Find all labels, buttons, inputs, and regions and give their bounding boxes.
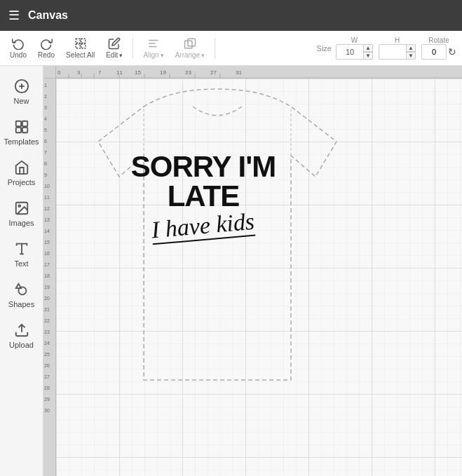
shapes-icon: [14, 282, 29, 297]
svg-text:31: 31: [236, 69, 242, 76]
undo-button[interactable]: Undo: [6, 34, 31, 62]
tshirt-svg: [70, 86, 365, 408]
size-w-wrap: W 10 ▲ ▼: [336, 36, 373, 60]
select-all-button[interactable]: Select All: [62, 34, 99, 62]
svg-text:20: 20: [44, 296, 50, 301]
text-icon: [14, 241, 29, 257]
sidebar: New Templates Projects: [0, 66, 43, 476]
svg-text:28: 28: [44, 386, 50, 390]
align-label: Align ▾: [143, 51, 163, 59]
sidebar-item-upload-label: Upload: [9, 341, 34, 349]
redo-icon: [40, 37, 53, 50]
size-w-up[interactable]: ▲: [363, 44, 373, 52]
svg-text:18: 18: [44, 273, 50, 278]
svg-text:15: 15: [135, 69, 141, 76]
svg-rect-2: [76, 44, 80, 48]
sidebar-item-shapes[interactable]: Shapes: [0, 275, 43, 315]
canvas-area[interactable]: 0 3 7 11 15 19 23 27 31: [43, 66, 462, 476]
size-h-label: H: [395, 36, 400, 44]
design-text-line2-wrap: I have kids: [109, 214, 298, 240]
edit-button[interactable]: Edit ▾: [102, 34, 127, 62]
svg-text:6: 6: [44, 139, 47, 144]
svg-rect-12: [15, 121, 20, 126]
rotate-cw-icon[interactable]: ↻: [448, 46, 456, 57]
undo-label: Undo: [10, 51, 27, 59]
size-h-up[interactable]: ▲: [406, 44, 416, 52]
size-group: Size W 10 ▲ ▼ H ▲ ▼: [317, 36, 416, 60]
svg-text:29: 29: [44, 397, 50, 402]
rotate-input[interactable]: [421, 44, 447, 60]
svg-text:7: 7: [98, 69, 102, 76]
sidebar-item-templates-label: Templates: [4, 137, 39, 146]
svg-rect-0: [76, 39, 80, 43]
svg-text:3: 3: [44, 105, 47, 110]
sidebar-item-upload[interactable]: Upload: [0, 315, 43, 356]
svg-text:15: 15: [44, 240, 50, 245]
sidebar-item-projects-label: Projects: [8, 178, 36, 186]
sidebar-item-templates[interactable]: Templates: [0, 112, 43, 153]
svg-text:12: 12: [44, 206, 50, 211]
sidebar-item-new[interactable]: New: [0, 72, 43, 112]
sidebar-item-projects[interactable]: Projects: [0, 153, 43, 193]
svg-text:27: 27: [44, 374, 50, 379]
design-text-area: SORRY I'M LATE I have kids: [109, 152, 298, 240]
ruler-left-svg: 1 2 3 4 5 6 7 8 9 10 11 12 13 14 15 16 1…: [43, 79, 56, 471]
sidebar-item-images-label: Images: [8, 219, 34, 227]
svg-text:25: 25: [44, 352, 50, 357]
edit-label: Edit ▾: [106, 51, 123, 59]
align-icon: [147, 37, 160, 50]
align-button[interactable]: Align ▾: [139, 34, 168, 62]
sidebar-item-text-label: Text: [14, 259, 28, 268]
size-w-input[interactable]: 10: [336, 44, 364, 60]
sidebar-item-images[interactable]: Images: [0, 193, 43, 234]
svg-text:24: 24: [44, 341, 50, 346]
redo-label: Redo: [38, 51, 55, 59]
svg-text:23: 23: [185, 69, 191, 76]
svg-text:22: 22: [44, 318, 50, 323]
ruler-top: 0 3 7 11 15 19 23 27 31: [56, 66, 462, 79]
svg-text:17: 17: [44, 262, 50, 267]
size-w-label: W: [351, 36, 358, 44]
svg-rect-14: [15, 128, 20, 132]
select-all-label: Select All: [66, 51, 95, 59]
design-text-line1: SORRY I'M LATE: [109, 152, 298, 211]
size-w-down[interactable]: ▼: [363, 52, 373, 60]
arrange-button[interactable]: Arrange ▾: [171, 34, 210, 62]
separator-1: [133, 38, 133, 59]
svg-text:21: 21: [44, 307, 50, 312]
svg-text:19: 19: [160, 69, 166, 76]
images-icon: [14, 200, 29, 216]
ruler-left: 1 2 3 4 5 6 7 8 9 10 11 12 13 14 15 16 1…: [43, 79, 56, 476]
svg-text:9: 9: [44, 172, 47, 177]
svg-text:26: 26: [44, 363, 50, 368]
design-text-line2: I have kids: [151, 210, 256, 245]
upload-icon: [14, 322, 29, 338]
svg-text:11: 11: [44, 195, 50, 200]
svg-rect-13: [22, 121, 27, 126]
arrange-icon: [184, 37, 196, 50]
size-h-spin: ▲ ▼: [406, 44, 416, 60]
svg-text:30: 30: [44, 408, 50, 413]
size-h-down[interactable]: ▼: [406, 52, 416, 60]
svg-text:14: 14: [44, 229, 50, 233]
redo-button[interactable]: Redo: [34, 34, 59, 62]
size-h-input[interactable]: [379, 44, 407, 60]
ruler-top-svg: 0 3 7 11 15 19 23 27 31: [56, 66, 462, 78]
svg-rect-3: [81, 44, 85, 48]
edit-icon: [108, 37, 121, 50]
header: ☰ Canvas: [0, 0, 462, 31]
svg-text:13: 13: [44, 217, 50, 222]
toolbar-right: Size W 10 ▲ ▼ H ▲ ▼: [317, 36, 456, 60]
svg-text:19: 19: [44, 285, 50, 290]
projects-icon: [14, 160, 29, 175]
svg-rect-1: [81, 39, 85, 43]
sidebar-item-text[interactable]: Text: [0, 234, 43, 275]
size-w-spin: ▲ ▼: [363, 44, 373, 60]
menu-icon[interactable]: ☰: [8, 8, 20, 23]
ruler-corner: [43, 66, 56, 79]
size-h-wrap: H ▲ ▼: [379, 36, 416, 60]
arrange-label: Arrange ▾: [175, 51, 205, 59]
svg-text:7: 7: [44, 150, 47, 155]
plus-icon: [14, 79, 29, 94]
undo-icon: [12, 37, 25, 50]
